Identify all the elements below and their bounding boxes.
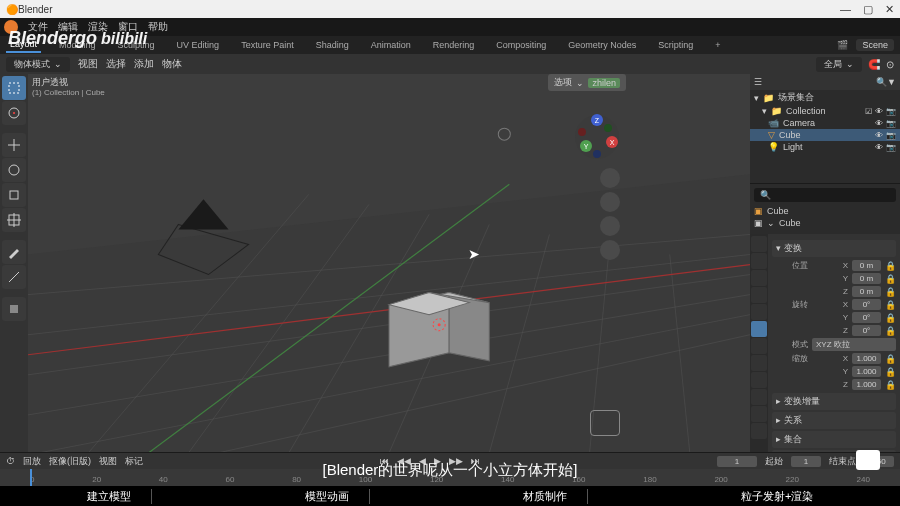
- loc-x-field[interactable]: 0 m: [852, 260, 881, 271]
- outliner-collection[interactable]: ▾📁Collection ☑👁📷: [750, 105, 900, 117]
- blender-logo-icon: 🟠: [6, 4, 18, 15]
- viewport-info: (1) Collection | Cube: [32, 88, 105, 97]
- data-tab[interactable]: [751, 406, 767, 422]
- object-menu[interactable]: 物体: [162, 57, 182, 71]
- svg-point-36: [578, 128, 586, 136]
- delta-panel[interactable]: ▸ 变换增量: [772, 393, 896, 410]
- render-tab[interactable]: [751, 236, 767, 252]
- camera-view-button[interactable]: [600, 216, 620, 236]
- svg-rect-0: [9, 83, 19, 93]
- 3d-viewport[interactable]: 用户透视 (1) Collection | Cube 选项⌄ zhilen: [28, 74, 750, 452]
- loc-z-field[interactable]: 0 m: [852, 286, 881, 297]
- svg-text:Z: Z: [595, 117, 600, 124]
- svg-text:X: X: [610, 139, 615, 146]
- chapter-2[interactable]: 模型动画: [285, 489, 370, 504]
- tab-scripting[interactable]: Scripting: [654, 38, 697, 52]
- rot-y-field[interactable]: 0°: [852, 312, 881, 323]
- snap-icon[interactable]: 🧲: [868, 59, 880, 70]
- viewport-header-bar: 物体模式 ⌄ 视图 选择 添加 物体 全局 ⌄ 🧲 ⊙: [0, 54, 900, 74]
- world-tab[interactable]: [751, 304, 767, 320]
- outliner-camera[interactable]: 📹Camera 👁📷: [750, 117, 900, 129]
- select-menu[interactable]: 选择: [106, 57, 126, 71]
- modifier-tab[interactable]: [751, 338, 767, 354]
- mode-selector[interactable]: 物体模式 ⌄: [6, 57, 70, 72]
- navigation-gizmo[interactable]: X Y Z: [574, 114, 620, 160]
- rotate-tool[interactable]: [2, 158, 26, 182]
- annotate-tool[interactable]: [2, 240, 26, 264]
- view-menu[interactable]: 视图: [78, 57, 98, 71]
- chapter-4[interactable]: 粒子发射+渲染: [721, 489, 833, 504]
- window-title: Blender: [18, 4, 52, 15]
- search-input[interactable]: 🔍: [754, 188, 896, 202]
- loc-y-field[interactable]: 0 m: [852, 273, 881, 284]
- relations-panel[interactable]: ▸ 关系: [772, 412, 896, 429]
- svg-rect-6: [10, 305, 18, 313]
- add-menu[interactable]: 添加: [134, 57, 154, 71]
- minimize-button[interactable]: —: [840, 3, 851, 16]
- tab-texturepaint[interactable]: Texture Paint: [237, 38, 298, 52]
- menu-help[interactable]: 帮助: [148, 20, 168, 34]
- particle-tab[interactable]: [751, 355, 767, 371]
- output-tab[interactable]: [751, 253, 767, 269]
- video-chapter-bar: 建立模型 模型动画 材质制作 粒子发射+渲染: [0, 486, 900, 506]
- rot-z-field[interactable]: 0°: [852, 325, 881, 336]
- transform-panel-header[interactable]: ▾ 变换: [772, 240, 896, 257]
- outliner-header: ☰ 🔍 ▼: [750, 74, 900, 90]
- addcube-tool[interactable]: [2, 297, 26, 321]
- scale-tool[interactable]: [2, 183, 26, 207]
- tab-animation[interactable]: Animation: [367, 38, 415, 52]
- viewlayer-tab[interactable]: [751, 270, 767, 286]
- select-tool[interactable]: [2, 76, 26, 100]
- light-object[interactable]: [498, 128, 510, 140]
- pan-button[interactable]: [600, 192, 620, 212]
- proportional-icon[interactable]: ⊙: [886, 59, 894, 70]
- properties-search: 🔍 ▣Cube ▣⌄Cube: [750, 184, 900, 234]
- tab-uvediting[interactable]: UV Editing: [173, 38, 224, 52]
- tab-add[interactable]: +: [711, 38, 724, 52]
- chapter-1[interactable]: 建立模型: [67, 489, 152, 504]
- svg-point-38: [593, 150, 601, 158]
- outliner-light[interactable]: 💡Light 👁📷: [750, 141, 900, 153]
- zoom-button[interactable]: [600, 168, 620, 188]
- rotation-mode-selector[interactable]: XYZ 欧拉: [812, 338, 896, 351]
- outliner-search-icon[interactable]: 🔍: [876, 77, 887, 87]
- close-button[interactable]: ✕: [885, 3, 894, 16]
- scale-z-field[interactable]: 1.000: [852, 379, 881, 390]
- maximize-button[interactable]: ▢: [863, 3, 873, 16]
- svg-point-2: [13, 112, 15, 114]
- constraint-tab[interactable]: [751, 389, 767, 405]
- watermark: Blendergobilibili: [8, 28, 147, 49]
- outliner-filter-icon[interactable]: ☰: [754, 77, 762, 87]
- rot-x-field[interactable]: 0°: [852, 299, 881, 310]
- svg-point-37: [604, 124, 612, 132]
- scene-tab[interactable]: [751, 287, 767, 303]
- measure-tool[interactable]: [2, 265, 26, 289]
- object-tab[interactable]: [751, 321, 767, 337]
- cursor-tool[interactable]: [2, 101, 26, 125]
- physics-tab[interactable]: [751, 372, 767, 388]
- tab-shading[interactable]: Shading: [312, 38, 353, 52]
- svg-text:Y: Y: [584, 143, 589, 150]
- orientation-selector[interactable]: 全局 ⌄: [816, 57, 862, 72]
- move-tool[interactable]: [2, 133, 26, 157]
- scale-y-field[interactable]: 1.000: [852, 366, 881, 377]
- tool-shelf: [0, 74, 28, 452]
- material-tab[interactable]: [751, 423, 767, 439]
- outliner-cube[interactable]: ▽Cube 👁📷: [750, 129, 900, 141]
- svg-rect-4: [10, 191, 18, 199]
- tab-rendering[interactable]: Rendering: [429, 38, 479, 52]
- video-subtitle: [Blender的世界呢从一个小立方体开始]: [0, 461, 900, 480]
- chapter-3[interactable]: 材质制作: [503, 489, 588, 504]
- perspective-button[interactable]: [600, 240, 620, 260]
- tab-geometrynodes[interactable]: Geometry Nodes: [564, 38, 640, 52]
- window-titlebar: 🟠 Blender — ▢ ✕: [0, 0, 900, 18]
- transform-tool[interactable]: [2, 208, 26, 232]
- scale-x-field[interactable]: 1.000: [852, 353, 881, 364]
- viewport-overlay-pill[interactable]: 选项⌄ zhilen: [548, 74, 626, 91]
- bilibili-icon: [856, 450, 880, 470]
- scene-selector[interactable]: Scene: [856, 39, 894, 51]
- outliner-scene-collection[interactable]: ▾📁场景集合: [750, 90, 900, 105]
- tab-compositing[interactable]: Compositing: [492, 38, 550, 52]
- outliner-filter2-icon[interactable]: ▼: [887, 77, 896, 87]
- collections-panel[interactable]: ▸ 集合: [772, 431, 896, 448]
